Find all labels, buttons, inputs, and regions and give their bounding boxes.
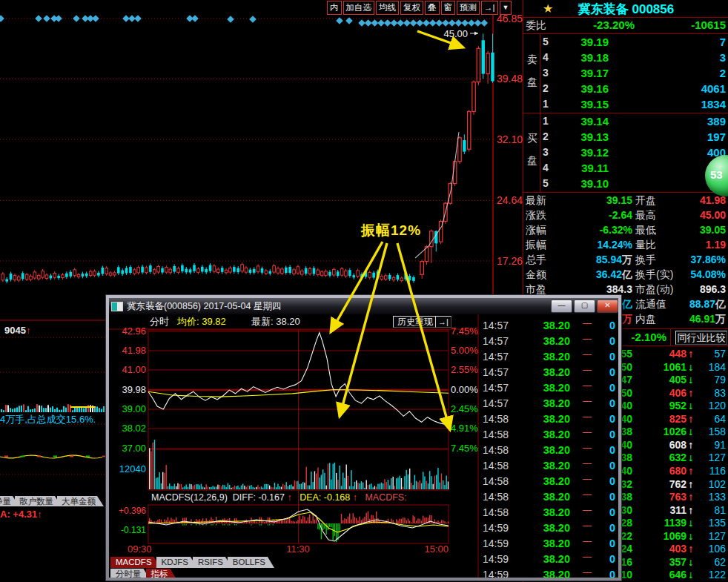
toolbar-button-加自选[interactable]: 加自选 — [343, 1, 375, 15]
sell-label: 盘 — [527, 76, 537, 89]
close-button[interactable]: ✕ — [597, 300, 618, 313]
down-arrow-icon: ↓ — [688, 517, 698, 529]
indicator-tab-RSIFS[interactable]: RSIFS — [193, 557, 232, 568]
sales-volume: 0 — [592, 538, 615, 549]
trade-count: 81 — [700, 504, 726, 516]
sub-tab-分时量[interactable]: 分时量 — [110, 569, 150, 578]
up-arrow-icon: ↑ — [688, 543, 698, 555]
lower-left-tabs: 净量散户数量大单金额 — [0, 494, 99, 507]
svg-text:4.91%: 4.91% — [451, 423, 478, 434]
trade-volume: 357 — [635, 556, 686, 568]
toolbar-button-均线[interactable]: 均线 — [376, 1, 399, 15]
stat-value: 39.05 — [669, 224, 726, 236]
volume-readout: 9045↑ — [4, 325, 30, 336]
sell-volume: 2 — [642, 67, 726, 79]
svg-text:24.64: 24.64 — [497, 194, 523, 206]
svg-text:41.00: 41.00 — [122, 364, 146, 375]
svg-text:45.00: 45.00 — [443, 28, 468, 39]
sales-price: 38.20 — [529, 382, 570, 394]
lower-tab-大单金额[interactable]: 大单金额 — [57, 496, 104, 506]
trade-volume: 405 — [635, 374, 686, 386]
sales-row: 14:5938.20—0 — [479, 569, 618, 578]
sub-tab-指标[interactable]: 指标 — [146, 569, 177, 578]
toolbar-button-预测[interactable]: 预测 — [457, 1, 480, 15]
svg-text:0.00%: 0.00% — [451, 384, 478, 395]
stat-value: 39.15 — [568, 194, 632, 206]
trade-count: 83 — [700, 387, 726, 399]
popup-title-bar[interactable]: 冀东装备(000856) 2017-05-04 星期四 — ▢ ✕ — [109, 298, 618, 314]
svg-text:32.10: 32.10 — [497, 133, 523, 145]
sales-time: 14:58 — [483, 413, 512, 425]
sales-volume: 0 — [592, 569, 615, 578]
sales-time: 14:59 — [483, 538, 512, 549]
volume-note: 4万手,占总成交15.6%. — [0, 413, 96, 426]
sales-price: 38.20 — [529, 397, 570, 409]
trade-count: 64 — [700, 413, 726, 425]
amplitude-annotation: 振幅12% — [361, 221, 421, 240]
buy-volume: 197 — [642, 130, 726, 143]
industry-compare-button[interactable]: 同行业比较 — [675, 331, 727, 345]
buy-price: 39.13 — [564, 130, 609, 143]
jump-end-icon[interactable]: →| — [435, 316, 451, 328]
trade-count: 57 — [700, 348, 726, 360]
divider — [523, 17, 728, 18]
mode-label: 分时 — [150, 315, 169, 328]
sales-price: 38.20 — [529, 475, 570, 487]
dropdown-icon[interactable]: ▼ — [500, 1, 512, 15]
down-arrow-icon: ↓ — [688, 361, 698, 373]
stock-title: 冀东装备 000856 — [523, 1, 728, 18]
up-arrow-icon: ↑ — [688, 465, 698, 477]
trade-volume: 646 — [635, 569, 686, 581]
indicator-tab-BOLLFS[interactable]: BOLLFS — [228, 557, 274, 568]
sales-time: 14:58 — [483, 491, 512, 503]
sales-price: 38.20 — [529, 429, 570, 440]
sales-price: 38.20 — [529, 491, 570, 503]
lower-tab-散户数量[interactable]: 散户数量 — [15, 496, 62, 506]
divider — [523, 192, 728, 193]
trade-count: 116 — [700, 465, 726, 477]
dda-value: A: +4.31 — [0, 509, 37, 520]
divider — [540, 34, 540, 192]
history-replay-button[interactable]: 历史重现 — [393, 316, 437, 328]
window-icon — [111, 302, 123, 311]
sales-price: 38.20 — [529, 413, 570, 425]
trade-volume: 1069 — [635, 530, 686, 542]
maximize-button[interactable]: ▢ — [574, 300, 595, 313]
sales-price: 38.20 — [529, 506, 570, 518]
svg-text:39.00: 39.00 — [122, 403, 146, 414]
sales-row: 14:5938.20—0 — [479, 522, 618, 537]
sales-volume: 0 — [592, 475, 615, 487]
dda-readout: A: +4.31↑ — [0, 509, 42, 520]
up-arrow-icon: ↑ — [688, 491, 698, 503]
svg-text:41.98: 41.98 — [122, 345, 146, 356]
toolbar-button-复权[interactable]: 复权 — [400, 1, 423, 15]
svg-text:7.45%: 7.45% — [451, 443, 478, 454]
sales-time: 14:57 — [483, 382, 512, 394]
stat-label: 振幅 — [526, 239, 563, 252]
down-arrow-icon: ↓ — [688, 530, 698, 542]
sales-time: 14:58 — [483, 506, 512, 518]
stat-value: 384.3 — [568, 283, 632, 295]
popup-title: 冀东装备(000856) 2017-05-04 星期四 — [127, 300, 549, 313]
sales-volume: 0 — [592, 413, 615, 425]
toolbar-button-内[interactable]: 内 — [327, 1, 342, 15]
sales-row: 14:5738.20—0 — [479, 382, 618, 397]
toolbar-button-窗[interactable]: 窗 — [441, 1, 456, 15]
sell-level: 3 — [543, 67, 553, 79]
stat-value: 36.42亿 — [568, 268, 632, 282]
sell-level: 4 — [543, 51, 553, 63]
jump-end-icon[interactable]: →| — [481, 1, 498, 15]
minimize-button[interactable]: — — [551, 300, 572, 313]
sales-row: 14:5738.20—0 — [479, 397, 618, 412]
trade-count: 158 — [700, 426, 726, 437]
trade-volume: 448 — [635, 348, 686, 360]
macd-name: MACDFS(12,26,9) DIFF: -0.167 — [151, 492, 285, 503]
buy-price: 39.11 — [564, 162, 609, 174]
score-value: 53 — [710, 168, 723, 181]
trade-count: 102 — [700, 478, 726, 490]
svg-text:39.48: 39.48 — [497, 73, 523, 85]
buy-volume: 400 — [642, 146, 726, 159]
sell-volume: 1834 — [642, 98, 726, 110]
toolbar-button-叠[interactable]: 叠 — [425, 1, 440, 15]
dea-value: DEA: -0.168 — [300, 492, 350, 503]
